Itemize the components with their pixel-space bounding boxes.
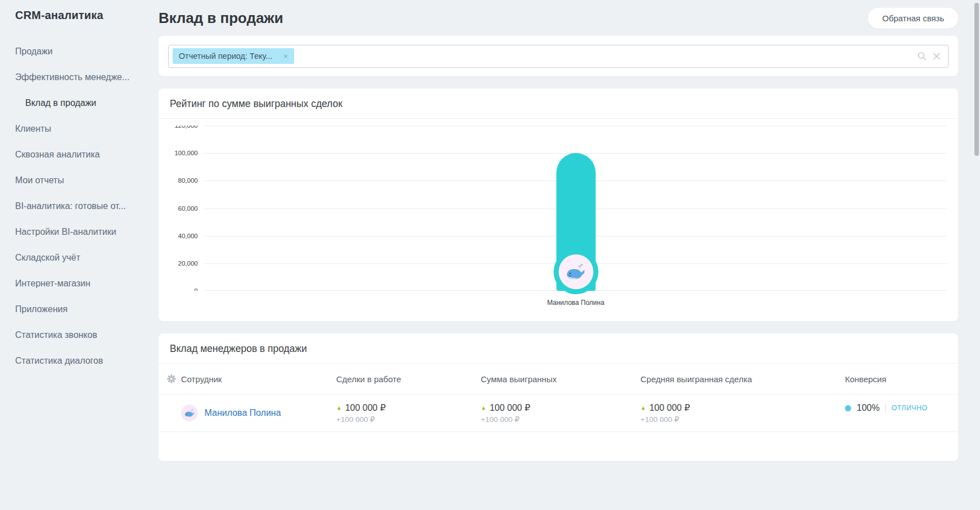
triangle-up-icon: ▲ (640, 405, 646, 411)
won-sum-cell: ▲ 100 000 ₽ +100 000 ₽ (481, 402, 640, 424)
chart-y-axis: 120,000 100,000 80,000 60,000 40,000 20,… (170, 126, 200, 291)
column-header-conversion[interactable]: Конверсия (845, 374, 947, 384)
won-sum-value: 100 000 ₽ (490, 402, 530, 413)
contribution-table-card: Вклад менеджеров в продажи (159, 333, 958, 461)
sidebar-item-online-store[interactable]: Интернет-магазин (15, 271, 140, 296)
won-sum-delta: +100 000 ₽ (481, 415, 640, 424)
employee-cell: Манилова Полина (181, 405, 336, 421)
deals-in-progress-value: 100 000 ₽ (345, 402, 386, 413)
conversion-dot-icon (845, 405, 851, 411)
sidebar-item-end-to-end-analytics[interactable]: Сквозная аналитика (15, 142, 140, 168)
gridline (205, 126, 947, 126)
y-tick-60000: 60,000 (178, 205, 198, 212)
gear-icon (167, 374, 176, 383)
bar-chart: 120,000 100,000 80,000 60,000 40,000 20,… (159, 119, 958, 291)
y-tick-120000: 120,000 (174, 126, 198, 129)
filter-tag-report-period[interactable]: Отчетный период: Теку... × (173, 48, 294, 64)
y-tick-80000: 80,000 (178, 177, 198, 184)
avg-won-deal-cell: ▲ 100 000 ₽ +100 000 ₽ (640, 402, 845, 424)
chart-bar[interactable] (556, 153, 596, 291)
column-header-deals-in-progress[interactable]: Сделки в работе (336, 374, 481, 384)
bar-avatar (559, 254, 593, 289)
sidebar-item-bi-settings[interactable]: Настройки BI-аналитики (15, 219, 140, 245)
bar-avatar-ring[interactable] (554, 249, 598, 294)
sidebar-title: CRM-аналитика (15, 9, 140, 22)
main-content: Вклад в продажи Обратная связь Отчетный … (140, 0, 980, 510)
y-tick-40000: 40,000 (178, 233, 198, 239)
triangle-up-icon: ▲ (481, 405, 486, 411)
conversion-cell: 100% ОТЛИЧНО (845, 395, 947, 413)
whale-icon (184, 409, 196, 418)
sidebar-item-call-stats[interactable]: Статистика звонков (15, 322, 140, 348)
chart-plot-area (205, 126, 947, 291)
whale-icon (565, 263, 587, 281)
table-row: Манилова Полина ▲ 100 000 ₽ +100 000 ₽ ▲… (159, 395, 958, 432)
sidebar-item-dialog-stats[interactable]: Статистика диалогов (15, 348, 140, 374)
sidebar-item-sales-contribution[interactable]: Вклад в продажи (15, 90, 140, 116)
deals-in-progress-cell: ▲ 100 000 ₽ +100 000 ₽ (336, 402, 481, 424)
page-header: Вклад в продажи Обратная связь (159, 0, 958, 36)
table-bottom-space (159, 432, 958, 460)
sidebar-item-my-reports[interactable]: Мои отчеты (15, 168, 140, 193)
y-tick-20000: 20,000 (178, 260, 198, 267)
sidebar-item-sales[interactable]: Продажи (15, 39, 140, 64)
column-header-won-sum[interactable]: Сумма выигранных (481, 374, 640, 384)
sidebar-item-warehouse[interactable]: Складской учёт (15, 245, 140, 271)
table-settings-button[interactable] (162, 374, 181, 383)
conversion-grade: ОТЛИЧНО (891, 404, 927, 412)
filter-tag-label: Отчетный период: Теку... (179, 52, 272, 61)
scrollbar-thumb[interactable] (974, 3, 979, 156)
triangle-up-icon: ▲ (336, 405, 342, 411)
filter-tag-close-icon[interactable]: × (284, 52, 288, 61)
sidebar-item-apps[interactable]: Приложения (15, 296, 140, 322)
sidebar-item-manager-efficiency[interactable]: Эффективность менедже... (15, 64, 140, 90)
chart-title: Рейтинг по сумме выигранных сделок (170, 98, 342, 109)
filter-bar: Отчетный период: Теку... × (159, 36, 958, 76)
sidebar: CRM-аналитика Продажи Эффективность мене… (0, 0, 140, 510)
chart-card-header: Рейтинг по сумме выигранных сделок (159, 89, 958, 119)
search-icon[interactable] (917, 52, 927, 61)
clear-filter-icon[interactable] (933, 53, 940, 60)
page-scrollbar (973, 0, 980, 510)
sidebar-item-clients[interactable]: Клиенты (15, 116, 140, 142)
filter-search-input[interactable]: Отчетный период: Теку... × (168, 45, 949, 68)
sidebar-menu: Продажи Эффективность менедже... Вклад в… (15, 39, 140, 374)
avg-won-deal-value: 100 000 ₽ (649, 402, 690, 413)
feedback-button[interactable]: Обратная связь (868, 8, 958, 29)
table-title: Вклад менеджеров в продажи (170, 343, 307, 354)
page-title: Вклад в продажи (159, 10, 284, 27)
conversion-separator (885, 404, 886, 412)
employee-name-link[interactable]: Манилова Полина (205, 408, 281, 418)
column-header-avg-won-deal[interactable]: Средняя выигранная сделка (640, 374, 845, 384)
avg-won-deal-delta: +100 000 ₽ (640, 415, 845, 424)
sidebar-item-bi-ready-reports[interactable]: BI-аналитика: готовые от... (15, 193, 140, 219)
employee-avatar[interactable] (181, 405, 198, 421)
table-header-row: Сотрудник Сделки в работе Сумма выигранн… (159, 364, 958, 395)
y-tick-0: 0 (194, 288, 198, 291)
conversion-percent: 100% (857, 403, 880, 413)
crm-analytics-app: CRM-аналитика Продажи Эффективность мене… (0, 0, 980, 510)
rating-chart-card: Рейтинг по сумме выигранных сделок 120,0… (159, 89, 958, 321)
deals-in-progress-delta: +100 000 ₽ (336, 415, 481, 424)
column-header-employee[interactable]: Сотрудник (181, 374, 336, 384)
table-card-header: Вклад менеджеров в продажи (159, 333, 958, 364)
y-tick-100000: 100,000 (174, 150, 198, 156)
